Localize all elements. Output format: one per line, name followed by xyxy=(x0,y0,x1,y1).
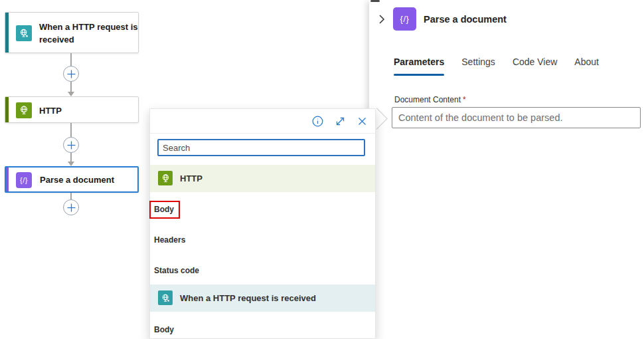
connector-line xyxy=(70,193,72,199)
token-group-label: When a HTTP request is received xyxy=(180,284,316,312)
required-asterisk: * xyxy=(463,95,466,104)
node-label: When a HTTP request is received xyxy=(39,21,139,46)
tab-parameters[interactable]: Parameters xyxy=(394,56,444,71)
tab-about[interactable]: About xyxy=(574,56,599,71)
add-action-button[interactable] xyxy=(63,137,79,153)
chevron-right-icon xyxy=(374,12,389,27)
add-action-button[interactable] xyxy=(63,199,79,215)
add-action-button[interactable] xyxy=(63,66,79,82)
tab-settings[interactable]: Settings xyxy=(461,56,495,71)
workflow-node-http[interactable]: HTTP xyxy=(5,96,139,123)
workflow-node-parse-a-document[interactable]: {/} Parse a document xyxy=(5,166,139,193)
parse-document-icon: {/} xyxy=(16,172,32,188)
panel-tabs: Parameters Settings Code View About xyxy=(394,56,599,71)
panel-title: Parse a document xyxy=(424,14,507,25)
connector-line xyxy=(70,153,72,162)
search-input[interactable] xyxy=(157,139,365,156)
tab-code-view[interactable]: Code View xyxy=(513,56,557,71)
token-item-status-code[interactable]: Status code xyxy=(150,257,375,284)
connector-arrowhead xyxy=(68,162,74,166)
plus-icon xyxy=(67,70,76,78)
plus-icon xyxy=(67,203,76,212)
http-globe-icon xyxy=(158,171,173,185)
node-accent-bar xyxy=(5,97,9,122)
token-group-http[interactable]: HTTP xyxy=(150,165,375,192)
close-icon[interactable] xyxy=(356,115,368,128)
operation-details-panel: {/} Parse a document Parameters Settings… xyxy=(369,0,644,339)
node-accent-bar xyxy=(6,168,9,191)
node-label: HTTP xyxy=(39,97,62,124)
token-item-headers[interactable]: Headers xyxy=(150,227,375,253)
connector-line xyxy=(70,123,72,137)
expand-icon[interactable] xyxy=(334,115,347,128)
token-item-body[interactable]: Body xyxy=(150,196,375,223)
document-content-label: Document Content* xyxy=(394,95,466,104)
dynamic-content-popup: HTTP Body Headers Status code When a HTT… xyxy=(149,108,376,339)
token-group-label: HTTP xyxy=(180,165,202,192)
connector-arrowhead xyxy=(68,92,74,96)
token-group-http-request-trigger[interactable]: When a HTTP request is received xyxy=(150,284,375,312)
panel-drag-handle[interactable] xyxy=(370,0,380,2)
node-label: Parse a document xyxy=(40,168,114,191)
collapse-panel-button[interactable] xyxy=(374,12,389,27)
workflow-node-http-request-trigger[interactable]: When a HTTP request is received xyxy=(5,12,139,53)
connector-line xyxy=(70,53,72,66)
connector-line xyxy=(70,82,72,92)
http-request-trigger-icon xyxy=(16,25,32,41)
document-content-input[interactable] xyxy=(392,107,641,128)
node-accent-bar xyxy=(5,13,9,53)
http-globe-icon xyxy=(16,102,32,118)
http-request-trigger-icon xyxy=(158,290,173,305)
plus-icon xyxy=(67,141,76,150)
parse-document-icon: {/} xyxy=(393,7,416,31)
info-icon[interactable] xyxy=(311,115,324,128)
token-item-body[interactable]: Body xyxy=(150,316,375,339)
